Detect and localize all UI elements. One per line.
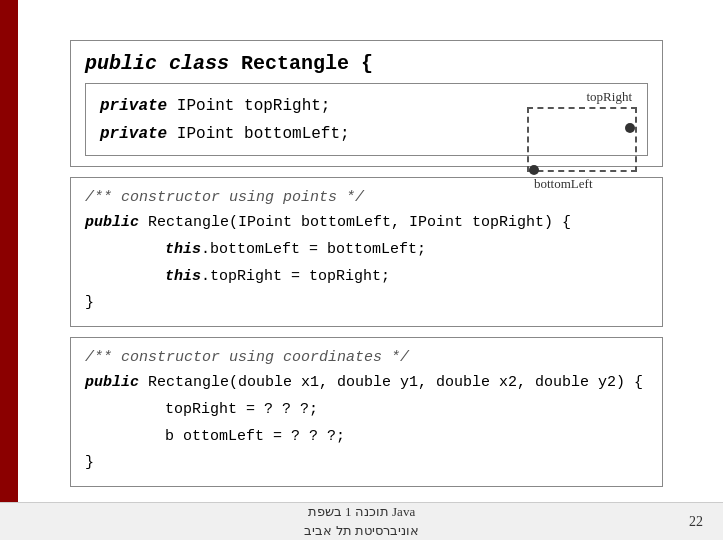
footer-text: תוכנה 1 בשפת Java אוניברסיטת תל אביב (304, 503, 419, 539)
bottomleft-label: bottomLeft (534, 176, 593, 192)
dashed-rectangle: bottomLeft (527, 107, 637, 172)
constructor1-block: /** constructor using points */ public R… (70, 177, 663, 327)
constructor2-body-2: b ottomLeft = ? ? ?; (85, 423, 648, 450)
main-content: public class Rectangle { topRight bottom… (70, 30, 663, 487)
class-name: Rectangle (241, 52, 349, 75)
left-accent-bar (0, 0, 18, 540)
bottomleft-dot (529, 165, 539, 175)
constructor1-signature: public Rectangle(IPoint bottomLeft, IPoi… (85, 209, 648, 236)
rectangle-diagram: topRight bottomLeft (507, 89, 637, 169)
topright-label: topRight (586, 89, 632, 105)
slide: public class Rectangle { topRight bottom… (0, 0, 723, 540)
constructor2-signature: public Rectangle(double x1, double y1, d… (85, 369, 648, 396)
public-keyword: public class (85, 52, 229, 75)
footer-line1: תוכנה 1 בשפת Java (304, 503, 419, 521)
class-header: public class Rectangle { (85, 51, 648, 75)
constructor1-closing: } (85, 289, 648, 316)
page-number: 22 (689, 514, 703, 530)
constructor1-body-2: this.topRight = topRight; (85, 263, 648, 290)
constructor2-closing: } (85, 449, 648, 476)
footer-bar: תוכנה 1 בשפת Java אוניברסיטת תל אביב 22 (0, 502, 723, 540)
fields-block: topRight bottomLeft private IPoint topRi… (85, 83, 648, 156)
topright-dot (625, 123, 635, 133)
constructor2-comment: /** constructor using coordinates */ (85, 348, 648, 366)
footer-line2: אוניברסיטת תל אביב (304, 522, 419, 540)
class-declaration-block: public class Rectangle { topRight bottom… (70, 40, 663, 167)
constructor2-block: /** constructor using coordinates */ pub… (70, 337, 663, 487)
constructor1-body-1: this.bottomLeft = bottomLeft; (85, 236, 648, 263)
opening-brace: { (361, 52, 373, 75)
constructor2-body-1: topRight = ? ? ?; (85, 396, 648, 423)
